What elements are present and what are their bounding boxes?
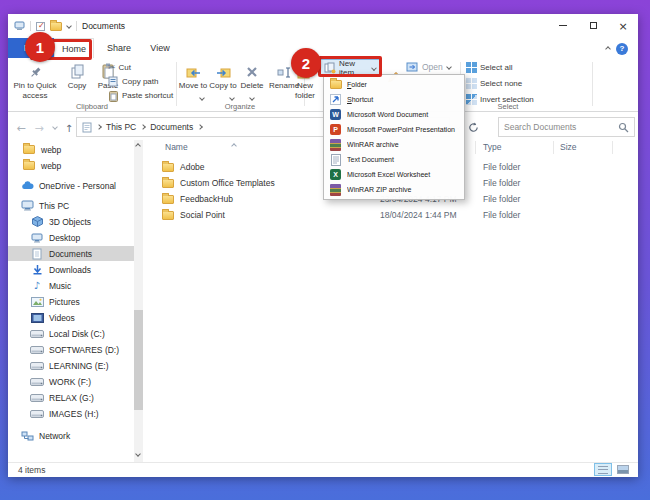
new-folder-quick-icon[interactable] [50, 22, 62, 31]
select-all-button[interactable]: Select all [466, 61, 512, 74]
recent-locations-chevron-icon [52, 124, 58, 130]
organize-group-label: Organize [178, 102, 302, 111]
copy-path-button[interactable]: Copy path [108, 75, 158, 88]
recent-locations-button[interactable] [48, 120, 62, 134]
open-icon [406, 61, 418, 73]
select-group-label: Select [463, 102, 553, 111]
sidebar-item-network[interactable]: Network [8, 428, 134, 443]
menu-item-shortcut[interactable]: Shortcut [324, 92, 464, 107]
sidebar-item-3d-objects[interactable]: 3D Objects [8, 214, 134, 229]
scroll-down-icon[interactable] [135, 451, 141, 457]
menu-item-winrar-zip-archive[interactable]: WinRAR ZIP archive [324, 182, 464, 197]
move-to-button[interactable]: Move to [178, 60, 208, 91]
menu-item-powerpoint-presentation[interactable]: Microsoft PowerPoint Presentation [324, 122, 464, 137]
collapse-ribbon-icon[interactable] [605, 46, 611, 52]
column-header-name[interactable]: Name [165, 142, 188, 152]
properties-quick-icon[interactable] [36, 22, 45, 31]
folder-icon [162, 195, 174, 204]
column-divider[interactable] [475, 141, 476, 154]
onedrive-cloud-icon [21, 181, 34, 190]
crumb-chevron-icon[interactable] [140, 124, 146, 130]
cut-button[interactable]: Cut [108, 61, 131, 74]
network-icon [21, 431, 34, 441]
sidebar-item-this-pc[interactable]: This PC [8, 198, 134, 213]
computer-icon [21, 200, 34, 211]
refresh-icon [468, 122, 479, 133]
delete-chevron-icon [249, 95, 255, 101]
breadcrumb-this-pc[interactable]: This PC [106, 122, 136, 132]
sidebar-scrollbar[interactable] [134, 140, 143, 462]
crumb-chevron-icon[interactable] [197, 124, 203, 130]
back-button[interactable] [14, 120, 28, 134]
column-divider[interactable] [612, 141, 613, 154]
videos-icon [31, 313, 44, 323]
menu-item-text-document[interactable]: Text Document [324, 152, 464, 167]
column-header-type[interactable]: Type [483, 142, 501, 152]
delete-button[interactable]: Delete [238, 60, 266, 91]
menu-item-winrar-archive[interactable]: WinRAR archive [324, 137, 464, 152]
pictures-icon [31, 297, 44, 307]
sidebar-item-images-h[interactable]: IMAGES (H:) [8, 406, 134, 421]
sidebar-item-videos[interactable]: Videos [8, 310, 134, 325]
help-icon[interactable] [616, 43, 628, 55]
desktop-icon [31, 233, 43, 243]
sidebar-item-local-disk-c[interactable]: Local Disk (C:) [8, 326, 134, 341]
sidebar-item-onedrive[interactable]: OneDrive - Personal [8, 178, 134, 193]
sidebar-item-webp-1[interactable]: webp [8, 142, 134, 157]
sidebar-item-webp-2[interactable]: webp [8, 158, 134, 173]
annotation-step-2: 2 [291, 48, 321, 78]
column-header-size[interactable]: Size [560, 142, 577, 152]
copy-to-icon [216, 66, 231, 79]
search-input[interactable] [504, 122, 618, 132]
sidebar-item-music[interactable]: Music [8, 278, 134, 293]
group-divider [176, 62, 177, 106]
breadcrumb-documents[interactable]: Documents [150, 122, 193, 132]
scrollbar-thumb[interactable] [134, 310, 143, 410]
sidebar-item-learning-e[interactable]: LEARNING (E:) [8, 358, 134, 373]
up-icon [65, 119, 73, 135]
sidebar-item-relax-g[interactable]: RELAX (G:) [8, 390, 134, 405]
documents-icon [32, 248, 42, 260]
folder-icon [23, 161, 35, 170]
menu-item-excel-worksheet[interactable]: Microsoft Excel Worksheet [324, 167, 464, 182]
search-box[interactable] [498, 117, 635, 137]
disk-icon [30, 330, 44, 338]
sidebar-item-desktop[interactable]: Desktop [8, 230, 134, 245]
select-none-button[interactable]: Select none [466, 77, 522, 90]
move-to-chevron-icon [199, 95, 205, 101]
paste-shortcut-button[interactable]: Paste shortcut [108, 89, 173, 102]
sidebar-item-softwares-d[interactable]: SOFTWARES (D:) [8, 342, 134, 357]
close-button[interactable] [608, 14, 638, 36]
file-row-social-point[interactable]: Social Point 18/04/2024 1:44 PM File fol… [148, 208, 638, 224]
up-button[interactable] [62, 120, 76, 134]
new-item-dropdown-menu: Folder Shortcut Microsoft Word Document … [323, 74, 465, 200]
shortcut-icon [330, 94, 341, 105]
thumbnail-view-button[interactable] [614, 463, 632, 476]
pin-to-quick-access-button[interactable]: Pin to Quick access [10, 60, 60, 101]
folder-icon [162, 179, 174, 188]
sort-ascending-icon [231, 143, 237, 149]
tab-view[interactable]: View [142, 38, 178, 58]
sidebar-item-documents[interactable]: Documents [8, 246, 134, 261]
copy-button[interactable]: Copy [62, 60, 92, 91]
crumb-chevron-icon[interactable] [96, 124, 102, 130]
search-icon [618, 122, 629, 133]
customize-qat-chevron-icon[interactable] [66, 23, 72, 29]
minimize-button[interactable] [548, 14, 578, 36]
details-view-button[interactable] [594, 463, 612, 476]
sidebar-item-downloads[interactable]: Downloads [8, 262, 134, 277]
menu-item-word-document[interactable]: Microsoft Word Document [324, 107, 464, 122]
refresh-button[interactable] [466, 120, 480, 134]
copy-to-button[interactable]: Copy to [208, 60, 238, 91]
sidebar-item-work-f[interactable]: WORK (F:) [8, 374, 134, 389]
maximize-button[interactable] [578, 14, 608, 36]
sidebar-item-pictures[interactable]: Pictures [8, 294, 134, 309]
scroll-up-icon[interactable] [135, 143, 141, 149]
tab-share[interactable]: Share [98, 38, 140, 58]
forward-button[interactable] [32, 120, 46, 134]
open-button[interactable]: Open [406, 61, 451, 73]
window-title: Documents [82, 21, 125, 31]
column-divider[interactable] [553, 141, 554, 154]
thumbnail-view-icon [617, 465, 629, 474]
menu-item-folder[interactable]: Folder [324, 77, 464, 92]
